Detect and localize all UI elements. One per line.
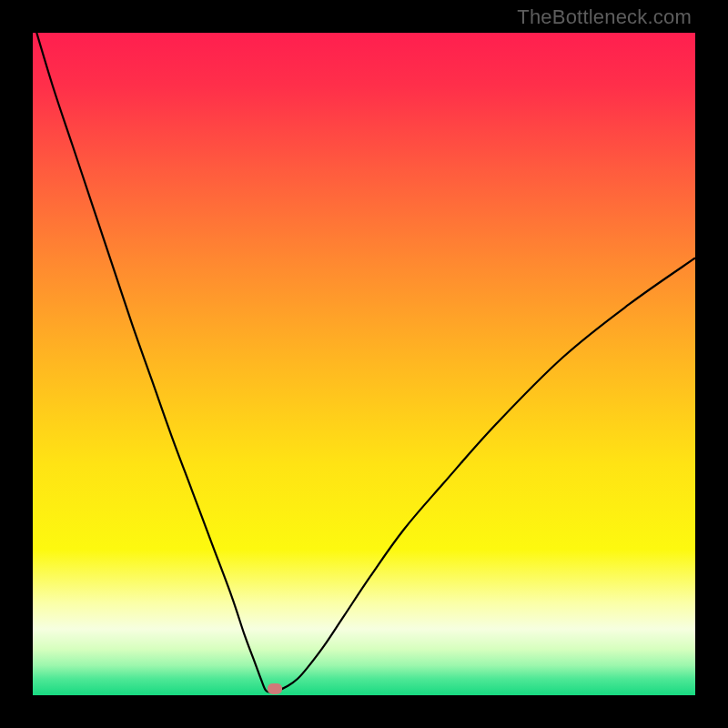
bottleneck-curve: [33, 33, 695, 693]
watermark-text: TheBottleneck.com: [517, 5, 692, 29]
optimum-marker: [268, 683, 282, 694]
curve-layer: [33, 33, 695, 695]
chart-frame: TheBottleneck.com: [0, 0, 728, 728]
plot-area: [33, 33, 695, 695]
